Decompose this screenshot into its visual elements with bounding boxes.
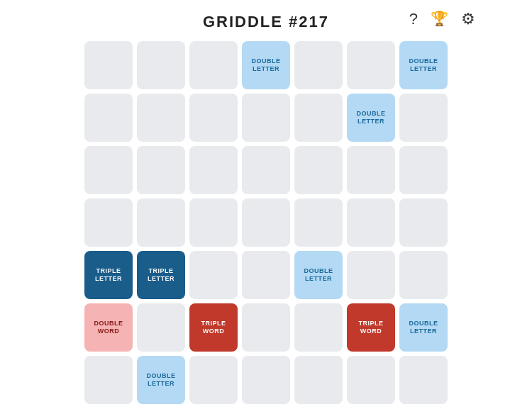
grid-cell xyxy=(137,94,185,142)
grid-cell: TRIPLE WORD xyxy=(347,303,395,352)
grid-cell xyxy=(347,41,395,89)
grid-cell xyxy=(294,198,343,247)
grid-cell xyxy=(294,356,343,404)
grid-cell: DOUBLE LETTER xyxy=(294,251,343,299)
grid-cell: DOUBLE WORD xyxy=(84,303,133,352)
grid-cell xyxy=(242,356,290,404)
grid-cell xyxy=(242,94,290,142)
header: GRIDDLE #217 ? 🏆 ⚙ xyxy=(0,0,532,38)
grid-cell xyxy=(137,198,185,247)
grid-cell: TRIPLE LETTER xyxy=(137,251,185,299)
trophy-icon[interactable]: 🏆 xyxy=(431,10,448,28)
grid-cell xyxy=(189,356,238,404)
grid-cell xyxy=(399,251,448,299)
help-icon[interactable]: ? xyxy=(409,10,418,28)
grid-cell: DOUBLE LETTER xyxy=(399,303,448,352)
grid-cell xyxy=(84,146,133,194)
settings-icon[interactable]: ⚙ xyxy=(461,10,475,28)
grid-cell xyxy=(137,41,185,89)
grid-cell xyxy=(189,94,238,142)
grid-cell: DOUBLE LETTER xyxy=(347,94,395,142)
grid-cell: DOUBLE LETTER xyxy=(399,41,448,89)
grid-cell xyxy=(294,41,343,89)
grid-cell xyxy=(84,94,133,142)
grid-cell xyxy=(347,198,395,247)
grid-cell xyxy=(189,198,238,247)
grid-cell: DOUBLE LETTER xyxy=(242,41,290,89)
grid-cell xyxy=(137,146,185,194)
grid-cell xyxy=(137,303,185,352)
game-grid: DOUBLE LETTERDOUBLE LETTERDOUBLE LETTERT… xyxy=(84,41,448,404)
grid-cell xyxy=(399,198,448,247)
grid-cell xyxy=(399,146,448,194)
grid-cell: TRIPLE WORD xyxy=(189,303,238,352)
grid-cell xyxy=(294,146,343,194)
game-title: GRIDDLE #217 xyxy=(203,13,329,31)
grid-cell xyxy=(84,356,133,404)
grid-cell xyxy=(347,251,395,299)
grid-cell xyxy=(189,146,238,194)
grid-cell xyxy=(347,146,395,194)
grid-cell: DOUBLE LETTER xyxy=(137,356,185,404)
grid-cell xyxy=(242,146,290,194)
grid-cell xyxy=(84,198,133,247)
grid-cell xyxy=(84,41,133,89)
header-icons: ? 🏆 ⚙ xyxy=(409,10,475,28)
grid-cell xyxy=(242,251,290,299)
grid-cell xyxy=(399,94,448,142)
grid-cell: TRIPLE LETTER xyxy=(84,251,133,299)
grid-cell xyxy=(242,198,290,247)
grid-cell xyxy=(189,41,238,89)
grid-cell xyxy=(294,303,343,352)
grid-cell xyxy=(294,94,343,142)
grid-cell xyxy=(242,303,290,352)
grid-cell xyxy=(399,356,448,404)
grid-cell xyxy=(347,356,395,404)
grid-cell xyxy=(189,251,238,299)
